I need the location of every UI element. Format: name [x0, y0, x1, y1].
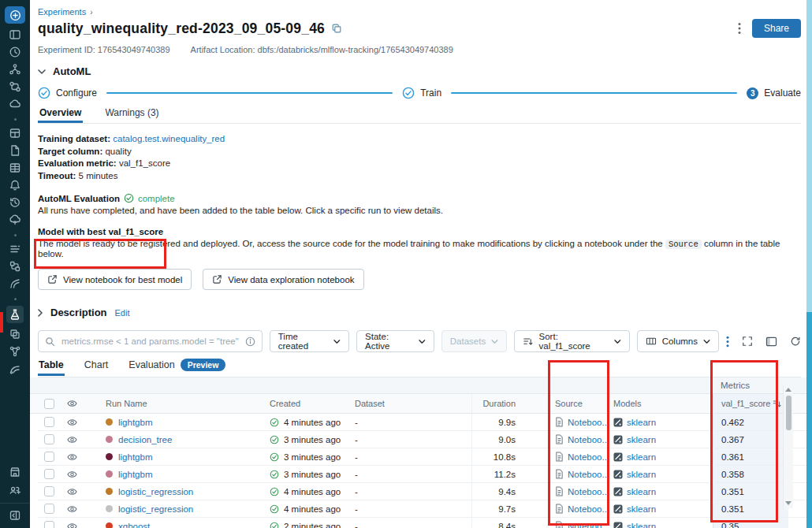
- run-row[interactable]: logistic_regression 4 minutes ago - 9.7s…: [38, 500, 812, 518]
- search-input[interactable]: [60, 336, 240, 347]
- sql-editor-icon[interactable]: [9, 144, 21, 157]
- source-notebook-link[interactable]: Noteboo...: [568, 522, 609, 528]
- row-checkbox[interactable]: [44, 486, 54, 496]
- run-name-link[interactable]: logistic_regression: [118, 487, 193, 496]
- col-duration[interactable]: Duration: [471, 394, 520, 413]
- col-source[interactable]: Source: [520, 399, 610, 408]
- model-serving-icon[interactable]: [9, 345, 21, 358]
- queries-icon[interactable]: [9, 162, 21, 174]
- workspace-icon[interactable]: [9, 28, 21, 41]
- scroll-down-arrow[interactable]: [785, 501, 792, 505]
- page-scroll-thumb[interactable]: [806, 312, 812, 528]
- compute-icon[interactable]: [9, 98, 21, 110]
- run-row[interactable]: xgboost 2 minutes ago - 8.4s Noteboo...: [38, 518, 812, 528]
- table-scrollbar[interactable]: [783, 385, 793, 508]
- row-checkbox[interactable]: [44, 521, 54, 528]
- run-name-link[interactable]: decision_tree: [118, 435, 172, 444]
- row-checkbox[interactable]: [44, 469, 54, 479]
- partner-connect-icon[interactable]: [9, 483, 21, 496]
- delta-live-tables-icon[interactable]: [9, 277, 21, 290]
- row-visibility-eye-icon[interactable]: [61, 487, 88, 496]
- source-notebook-link[interactable]: Noteboo...: [568, 435, 609, 444]
- columns-selector[interactable]: Columns: [637, 330, 719, 352]
- source-notebook-link[interactable]: Noteboo...: [568, 470, 609, 479]
- view-notebook-best-model-button[interactable]: View notebook for best model: [38, 269, 192, 290]
- alerts-icon[interactable]: [9, 179, 21, 191]
- model-link[interactable]: sklearn: [627, 435, 656, 444]
- description-section[interactable]: Description Edit: [38, 307, 801, 318]
- col-dataset[interactable]: Dataset: [355, 399, 471, 408]
- breadcrumb-experiments-link[interactable]: Experiments: [38, 7, 86, 17]
- sort-selector[interactable]: Sort: val_f1_score: [514, 330, 629, 352]
- fullscreen-icon[interactable]: [742, 336, 753, 347]
- automl-section-header[interactable]: AutoML: [38, 65, 801, 77]
- row-checkbox[interactable]: [44, 434, 54, 444]
- run-name-link[interactable]: xgboost: [118, 522, 150, 528]
- tab-overview[interactable]: Overview: [38, 107, 83, 123]
- description-edit-link[interactable]: Edit: [115, 308, 130, 318]
- run-name-link[interactable]: logistic_regression: [118, 504, 193, 514]
- col-models[interactable]: Models: [610, 399, 713, 408]
- source-notebook-link[interactable]: Noteboo...: [568, 418, 609, 427]
- row-checkbox[interactable]: [44, 417, 54, 427]
- row-visibility-eye-icon[interactable]: [61, 452, 88, 462]
- row-visibility-eye-icon[interactable]: [61, 504, 88, 514]
- view-data-exploration-notebook-button[interactable]: View data exploration notebook: [203, 269, 363, 290]
- row-visibility-eye-icon[interactable]: [61, 470, 88, 479]
- model-link[interactable]: sklearn: [627, 522, 656, 528]
- marketplace-icon[interactable]: [9, 466, 21, 478]
- new-button[interactable]: [5, 6, 25, 24]
- model-link[interactable]: sklearn: [627, 470, 656, 479]
- table-overflow-menu-button[interactable]: [726, 336, 729, 348]
- scrollbar-thumb[interactable]: [786, 396, 792, 430]
- col-run-name[interactable]: Run Name: [88, 399, 270, 408]
- runs-search-box[interactable]: [38, 330, 263, 352]
- run-name-link[interactable]: lightgbm: [118, 452, 152, 462]
- model-link[interactable]: sklearn: [627, 452, 656, 462]
- visibility-eye-icon[interactable]: [61, 399, 88, 408]
- run-row[interactable]: decision_tree 3 minutes ago - 9.0s Noteb…: [38, 431, 812, 448]
- model-registry-icon[interactable]: [9, 363, 21, 375]
- time-created-filter[interactable]: Time created: [270, 330, 349, 352]
- col-created[interactable]: Created: [270, 399, 355, 408]
- share-button[interactable]: Share: [752, 19, 801, 38]
- run-row[interactable]: lightgbm 4 minutes ago - 9.9s Noteboo...: [38, 414, 812, 431]
- row-visibility-eye-icon[interactable]: [61, 435, 88, 444]
- feature-store-icon[interactable]: [9, 328, 21, 340]
- tab-warnings[interactable]: Warnings (3): [103, 107, 160, 123]
- experiments-icon[interactable]: [6, 306, 24, 323]
- scroll-up-arrow[interactable]: [785, 388, 792, 392]
- tab-chart[interactable]: Chart: [84, 359, 110, 376]
- copy-icon[interactable]: [331, 23, 342, 34]
- sql-warehouses-icon[interactable]: [9, 214, 21, 226]
- run-name-link[interactable]: lightgbm: [118, 470, 152, 479]
- select-all-checkbox[interactable]: [44, 399, 54, 409]
- run-name-link[interactable]: lightgbm: [118, 418, 152, 427]
- data-ingestion-icon[interactable]: [9, 260, 21, 273]
- row-checkbox[interactable]: [44, 452, 54, 462]
- overflow-menu-button[interactable]: [738, 22, 741, 35]
- row-visibility-eye-icon[interactable]: [61, 418, 88, 427]
- collapse-sidebar-icon[interactable]: [9, 509, 21, 522]
- recents-icon[interactable]: [9, 46, 21, 58]
- sql-dashboards-icon[interactable]: [9, 127, 21, 139]
- job-runs-icon[interactable]: [9, 243, 21, 255]
- tab-table[interactable]: Table: [38, 359, 65, 376]
- info-icon[interactable]: [245, 337, 255, 347]
- model-link[interactable]: sklearn: [627, 418, 656, 427]
- training-dataset-link[interactable]: catalog.test.winequality_red: [113, 134, 225, 143]
- col-metric[interactable]: val_f1_score: [713, 394, 788, 413]
- row-visibility-eye-icon[interactable]: [61, 522, 88, 528]
- refresh-icon[interactable]: [790, 336, 801, 347]
- state-filter[interactable]: State: Active: [356, 330, 434, 352]
- model-link[interactable]: sklearn: [627, 487, 656, 496]
- run-row[interactable]: logistic_regression 4 minutes ago - 9.4s…: [38, 483, 812, 500]
- source-notebook-link[interactable]: Noteboo...: [568, 487, 609, 496]
- source-notebook-link[interactable]: Noteboo...: [568, 504, 609, 514]
- run-row[interactable]: lightgbm 3 minutes ago - 10.8s Noteboo..…: [38, 448, 812, 466]
- run-row[interactable]: lightgbm 3 minutes ago - 11.2s Noteboo..…: [38, 466, 812, 483]
- workflows-icon[interactable]: [9, 80, 21, 93]
- row-checkbox[interactable]: [44, 504, 54, 514]
- model-link[interactable]: sklearn: [627, 504, 656, 514]
- catalog-icon[interactable]: [9, 63, 21, 76]
